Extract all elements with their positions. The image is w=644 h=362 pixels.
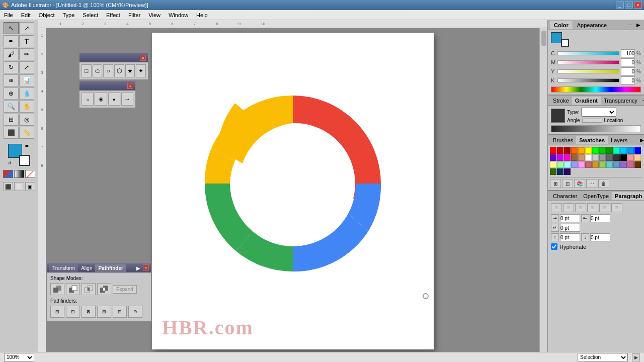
swap-colors-icon[interactable]: ⇄ [25, 144, 30, 149]
art-brush[interactable]: ⬛ [4, 127, 19, 139]
color-panel-menu[interactable]: ▶ [635, 22, 642, 29]
swatch-cell[interactable] [634, 161, 641, 168]
gradient-minimize[interactable]: − [640, 97, 644, 104]
align-right-btn[interactable]: ≡ [575, 203, 586, 212]
stroke-tab[interactable]: Stroke [550, 97, 572, 105]
menu-edit[interactable]: Edit [17, 10, 35, 20]
swatch-cell[interactable] [592, 161, 599, 168]
paragraph-tab-active[interactable]: Paragraph [612, 192, 644, 200]
swatch-cell[interactable] [550, 161, 556, 168]
new-color-group-btn[interactable]: ⊞ [550, 179, 561, 188]
screen-mode-btn2[interactable]: ⬜ [14, 182, 24, 191]
zoom-tool[interactable]: 🔍 [4, 101, 19, 113]
swatch-cell[interactable] [550, 168, 556, 175]
swatch-cell[interactable] [606, 161, 613, 168]
rotate-tool[interactable]: ↻ [4, 61, 19, 73]
c-value[interactable] [621, 49, 635, 57]
swatch-cell[interactable] [634, 154, 641, 161]
m-slider[interactable] [557, 60, 619, 64]
menu-window[interactable]: Window [165, 10, 192, 20]
left-indent-input[interactable] [560, 214, 580, 222]
symbol-tool[interactable]: ◎ [19, 114, 34, 126]
swatch-cell[interactable] [557, 168, 564, 175]
selection-tool[interactable]: ↖ [4, 22, 19, 34]
align-center-btn[interactable]: ≡ [563, 203, 574, 212]
layers-tab[interactable]: Layers [608, 136, 630, 144]
swatch-cell[interactable] [571, 161, 578, 168]
align-left-btn[interactable]: ≡ [551, 203, 562, 212]
k-value[interactable] [621, 76, 635, 84]
swatch-cell[interactable] [620, 147, 627, 154]
mesh-tool[interactable]: ⊞ [4, 114, 19, 126]
swatch-cell[interactable] [571, 154, 578, 161]
swatch-cell[interactable] [585, 161, 592, 168]
default-colors-icon[interactable]: ↺ [8, 161, 13, 166]
swatch-cell[interactable] [571, 147, 578, 154]
expand-button[interactable]: Expand [113, 285, 137, 294]
swatch-cell[interactable] [592, 147, 599, 154]
polygon-tool-btn[interactable]: ⬡ [114, 64, 124, 77]
swatch-cell[interactable] [606, 154, 613, 161]
swatch-cell[interactable] [627, 147, 634, 154]
color-tab[interactable]: Color [550, 21, 573, 29]
menu-type[interactable]: Type [59, 10, 79, 20]
menu-object[interactable]: Object [35, 10, 59, 20]
swatch-cell[interactable] [578, 154, 585, 161]
pencil-tool[interactable]: ✏ [19, 48, 34, 60]
swatch-cell[interactable] [550, 154, 556, 161]
star-tool-btn[interactable]: ★ [125, 64, 135, 77]
menu-effect[interactable]: Effect [102, 10, 124, 20]
swatches-menu[interactable]: ▶ [638, 137, 644, 144]
vertical-scrollbar[interactable] [539, 28, 547, 354]
screen-mode-btn3[interactable]: ▣ [25, 182, 35, 191]
pen-tool[interactable]: ✒ [4, 35, 19, 47]
pathfinder-menu-btn[interactable]: ▶ [135, 264, 142, 272]
justify-btn[interactable]: ≡ [587, 203, 598, 212]
unite-btn[interactable] [50, 283, 64, 295]
swatch-cell[interactable] [557, 154, 564, 161]
swatch-cell[interactable] [592, 154, 599, 161]
gradient-type-select[interactable] [581, 108, 616, 117]
stroke-swatch[interactable] [19, 155, 30, 166]
arrow-right-btn[interactable]: → [121, 93, 133, 106]
k-slider[interactable] [557, 78, 619, 82]
swatch-menu-btn[interactable]: ⋯ [586, 179, 597, 188]
merge-btn[interactable]: ⊠ [82, 306, 96, 318]
menu-file[interactable]: File [0, 10, 17, 20]
swatch-cell[interactable] [599, 161, 606, 168]
swatch-cell[interactable] [564, 168, 571, 175]
appearance-tab[interactable]: Appearance [573, 21, 611, 29]
swatch-cell[interactable] [578, 147, 585, 154]
swatch-cell[interactable] [627, 161, 634, 168]
swatch-cell[interactable] [578, 161, 585, 168]
c-slider[interactable] [557, 51, 619, 55]
rounded-rect-tool-btn[interactable]: ⬭ [93, 64, 103, 77]
angle-slider[interactable] [582, 119, 602, 123]
color-fill-swatch[interactable] [551, 32, 562, 43]
flare-tool-btn[interactable]: ✦ [136, 64, 146, 77]
y-value[interactable] [621, 67, 635, 75]
menu-view[interactable]: View [144, 10, 165, 20]
ellipse-tool-btn[interactable]: ○ [103, 64, 113, 77]
brushes-tab[interactable]: Brushes [550, 136, 576, 144]
space-after-input[interactable] [590, 233, 610, 241]
gradient-mode-btn[interactable] [14, 170, 24, 178]
first-line-input[interactable] [560, 224, 580, 232]
anchor-center-btn[interactable]: ◈ [95, 93, 107, 106]
color-panel-minimize[interactable]: − [627, 22, 634, 29]
crop-btn[interactable]: ⊞ [97, 306, 111, 318]
hand-tool[interactable]: ✋ [19, 101, 34, 113]
gradient-preview-swatch[interactable] [551, 109, 565, 123]
swatch-cell[interactable] [564, 161, 571, 168]
close-button[interactable]: × [634, 2, 642, 9]
warp-tool[interactable]: ≋ [4, 74, 19, 86]
minus-back-btn[interactable]: ⊖ [128, 306, 142, 318]
eyedropper-tool[interactable]: 💧 [19, 87, 34, 100]
hyphenate-label[interactable]: Hyphenate [559, 244, 586, 250]
paintbrush-tool[interactable]: 🖌 [4, 48, 19, 60]
none-mode-btn[interactable] [25, 170, 35, 178]
tab-transform[interactable]: Transform [49, 264, 78, 272]
exclude-btn[interactable] [97, 283, 111, 295]
gradient-tab-active[interactable]: Gradient [572, 97, 601, 105]
swatch-cell[interactable] [613, 147, 620, 154]
